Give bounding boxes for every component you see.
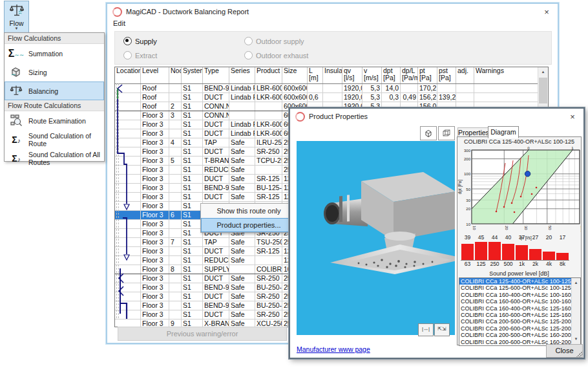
cell: Safe bbox=[229, 274, 255, 283]
table-row[interactable]: RoofS1DUCTLindab ReLKR-600-6600x6000,619… bbox=[115, 93, 548, 102]
cell: Floor 3 bbox=[141, 157, 169, 165]
cell: Floor 3 bbox=[141, 202, 169, 210]
cell bbox=[255, 256, 282, 265]
cell: DUCT bbox=[203, 120, 229, 129]
list-scrollbar[interactable]: ▲ ▼ bbox=[571, 278, 580, 344]
column-header-adj[interactable]: adj. bbox=[456, 67, 474, 83]
sidebar-item-balancing[interactable]: Balancing bbox=[5, 81, 104, 100]
pressure-flow-diagram: 1020305010020030010203050100qv [l/s]dpt … bbox=[457, 146, 581, 243]
context-item-show-route[interactable]: Show this route only bbox=[201, 204, 297, 218]
product-3d-render bbox=[297, 141, 455, 335]
cell bbox=[229, 102, 255, 111]
sidebar-item-sound-calculation-of-route[interactable]: Σ♪Sound Calculation of Route bbox=[5, 130, 104, 149]
radio-outdoor-supply[interactable]: Outdoor supply bbox=[244, 37, 304, 45]
sidebar-item-sizing[interactable]: Sizing bbox=[5, 63, 104, 81]
column-header-pt[interactable]: pt[Pa] bbox=[418, 67, 437, 83]
product-list-item[interactable]: COLIBRI CCa 160-400-OR+ALSc 125-160 bbox=[459, 305, 580, 312]
product-variant-list[interactable]: COLIBRI CCa 125-400-OR+ALSc 100-125COLIB… bbox=[459, 277, 581, 346]
svg-text:20: 20 bbox=[466, 207, 470, 211]
scroll-up-icon[interactable]: ▲ bbox=[538, 67, 548, 77]
column-header-series[interactable]: Series bbox=[229, 67, 255, 83]
dialog-title: Product Properties bbox=[309, 113, 563, 120]
column-header-size[interactable]: Size bbox=[282, 67, 308, 83]
sidebar-item-label: Balancing bbox=[28, 87, 58, 95]
product-list-item[interactable]: COLIBRI CCa 125-400-OR+ALSc 100-125 bbox=[459, 278, 580, 285]
manufacturer-link[interactable]: Manufacturer www page bbox=[297, 345, 370, 353]
scroll-up-icon[interactable]: ▲ bbox=[572, 278, 580, 288]
cell bbox=[169, 120, 182, 129]
menu-edit[interactable]: Edit bbox=[113, 19, 125, 27]
column-header-dpt[interactable]: dpt[Pa] bbox=[382, 67, 401, 83]
cell: Floor 3 bbox=[141, 265, 169, 274]
cell: Roof bbox=[141, 84, 169, 92]
sidebar-item-summation[interactable]: Σ∼∼Summation bbox=[5, 44, 104, 63]
cell: CONN.NO bbox=[203, 102, 229, 111]
cell: Lindab Re bbox=[229, 129, 255, 138]
cell: 6 bbox=[169, 211, 182, 219]
dialog-close-icon[interactable]: × bbox=[567, 112, 578, 122]
cell: S1 bbox=[182, 292, 203, 301]
product-list-item[interactable]: COLIBRI CCa 160-600-OR+ALSc 125-160 bbox=[459, 312, 580, 318]
cell: Floor 3 bbox=[141, 310, 169, 319]
table-row[interactable]: RoofS1BEND-90Lindab ReLBR-600-6600x60019… bbox=[115, 84, 548, 93]
svg-text:50: 50 bbox=[548, 226, 552, 230]
product-3d-viewport[interactable]: |↔| ⇱⇲ bbox=[297, 141, 455, 335]
radio-extract[interactable]: Extract bbox=[123, 51, 157, 60]
cell: BEND-90 bbox=[203, 84, 229, 92]
cell bbox=[169, 283, 182, 292]
sound-bar: 272k bbox=[529, 234, 542, 267]
column-header-warnings[interactable]: Warnings bbox=[474, 67, 538, 83]
report-close-icon[interactable]: × bbox=[541, 7, 552, 17]
svg-text:100: 100 bbox=[464, 172, 471, 176]
column-header-system[interactable]: System bbox=[182, 67, 203, 83]
zoom-extents-button[interactable]: ⇱⇲ bbox=[434, 323, 450, 336]
view-solid-cube-button[interactable] bbox=[420, 126, 437, 140]
scroll-down-icon[interactable]: ▼ bbox=[572, 334, 580, 344]
column-header-level[interactable]: Level bbox=[141, 67, 169, 83]
cell: 600x600 bbox=[282, 84, 308, 92]
previous-warning-button[interactable]: Previous warning/error bbox=[118, 327, 287, 341]
resize-grip[interactable] bbox=[576, 351, 583, 357]
column-header-location[interactable]: Location bbox=[115, 67, 141, 83]
cell: 600x600 bbox=[282, 93, 308, 102]
cell: S1 bbox=[182, 301, 203, 310]
product-list-item[interactable]: COLIBRI CCa 200-600-OR+ALSc 125-200 bbox=[459, 325, 580, 332]
sound-bar: 45125 bbox=[474, 234, 488, 267]
product-list-item[interactable]: COLIBRI CCa 160-600-OR+ALSc 100-160 bbox=[459, 298, 580, 305]
cell-location bbox=[115, 93, 141, 102]
cell: DUCT bbox=[203, 93, 229, 102]
flow-dropdown-arrow: ▼ bbox=[5, 27, 28, 30]
product-list-item[interactable]: COLIBRI CCa 200-500-OR+ALSc 160-200 bbox=[459, 332, 580, 338]
cell: T-BRANC bbox=[203, 157, 229, 165]
radio-supply[interactable]: Supply bbox=[123, 37, 157, 45]
radio-dot bbox=[244, 51, 253, 60]
sidebar-item-sound-calculation-of-all-routes[interactable]: Σ♪Sound Calculation of All Routes bbox=[5, 149, 104, 168]
column-header-qv[interactable]: qv[l/s] bbox=[342, 67, 362, 83]
column-header-l[interactable]: L[m] bbox=[308, 67, 323, 83]
svg-text:1: 1 bbox=[571, 146, 574, 150]
tab-diagram[interactable]: Diagram bbox=[488, 126, 519, 138]
flow-ribbon-button[interactable]: Flow ▼ bbox=[4, 1, 29, 34]
cell: TAP bbox=[203, 238, 229, 246]
column-header-pst[interactable]: pst[Pa] bbox=[437, 67, 456, 83]
report-menubar: Edit bbox=[107, 19, 558, 31]
column-header-product[interactable]: Product bbox=[255, 67, 282, 83]
cell bbox=[169, 301, 182, 310]
cell: S1 bbox=[182, 120, 203, 129]
column-header-insulatio[interactable]: Insulatio bbox=[323, 67, 342, 83]
column-header-node[interactable]: Node bbox=[169, 67, 182, 83]
view-wireframe-cube-button[interactable] bbox=[438, 126, 455, 140]
product-list-item[interactable]: COLIBRI CCa 125-600-OR+ALSc 100-125 bbox=[459, 285, 580, 291]
measure-tool-button[interactable]: |↔| bbox=[418, 323, 434, 336]
column-header-type[interactable]: Type bbox=[203, 67, 229, 83]
radio-outdoor-exhaust[interactable]: Outdoor exhaust bbox=[244, 51, 308, 60]
sidebar-item-route-examination[interactable]: Route Examination bbox=[5, 111, 104, 130]
column-header-v[interactable]: v[m/s] bbox=[362, 67, 382, 83]
scrollbar-thumb[interactable] bbox=[539, 78, 547, 103]
column-header-dpl[interactable]: dp/L[Pa/m] bbox=[401, 67, 418, 83]
product-list-item[interactable]: COLIBRI CCa 160-400-OR+ALSc 100-160 bbox=[459, 292, 580, 298]
cell-location bbox=[115, 265, 141, 274]
cell bbox=[169, 129, 182, 138]
context-item-product-properties[interactable]: Product properties... bbox=[201, 218, 297, 232]
product-list-item[interactable]: COLIBRI CCa 200-500-OR+ALSc 125-200 bbox=[459, 318, 580, 325]
